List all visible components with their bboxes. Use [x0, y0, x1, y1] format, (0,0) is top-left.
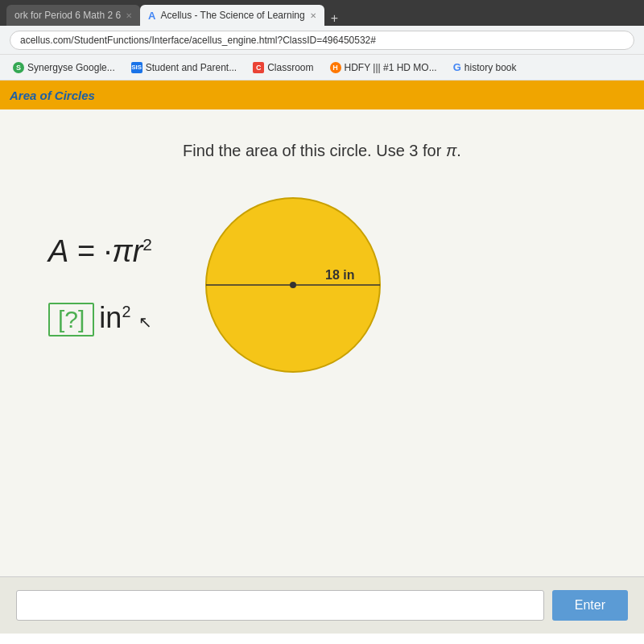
new-tab-button[interactable]: +: [324, 11, 345, 26]
bottom-bar: Enter: [0, 576, 644, 634]
bookmark-student[interactable]: SIS Student and Parent...: [125, 60, 243, 76]
hdfy-icon: H: [330, 62, 341, 73]
acellus-favicon: A: [148, 10, 155, 22]
bookmark-label: Classroom: [267, 62, 313, 73]
address-bar: acellus.com/StudentFunctions/Interface/a…: [0, 26, 644, 55]
bookmarks-bar: S Synergyse Google... SIS Student and Pa…: [0, 55, 644, 80]
formula-pi: π: [112, 234, 132, 268]
page-header: Area of Circles: [0, 80, 644, 109]
classroom-icon: C: [253, 62, 264, 73]
tab-label: ork for Period 6 Math 2 6: [14, 10, 121, 21]
tab-bar: ork for Period 6 Math 2 6 ✕ A Acellus - …: [0, 0, 644, 26]
tab-homework[interactable]: ork for Period 6 Math 2 6 ✕: [6, 5, 140, 26]
bookmark-classroom[interactable]: C Classroom: [246, 60, 320, 76]
enter-button[interactable]: Enter: [552, 590, 628, 621]
browser-chrome: ork for Period 6 Math 2 6 ✕ A Acellus - …: [0, 0, 644, 80]
bookmark-synergyse[interactable]: S Synergyse Google...: [6, 60, 122, 76]
bookmark-hdfy[interactable]: H HDFY ||| #1 HD MO...: [324, 60, 444, 76]
tab-close-icon[interactable]: ✕: [126, 11, 132, 20]
answer-bracket: [?]: [48, 303, 94, 336]
google-icon: G: [453, 61, 461, 73]
page-title: Area of Circles: [10, 89, 95, 102]
formula-a: A: [48, 234, 68, 268]
main-content: Find the area of this circle. Use 3 for …: [0, 109, 644, 576]
formula-r: r: [133, 234, 143, 268]
bookmark-label: Synergyse Google...: [27, 62, 115, 73]
pi-symbol: π: [446, 142, 456, 159]
answer-display: [?] in2 ↖: [48, 301, 152, 336]
bookmark-label: history book: [464, 62, 517, 73]
formula-display: A = ·πr2: [48, 234, 152, 269]
answer-unit: in2: [99, 301, 130, 335]
bookmark-label: HDFY ||| #1 HD MO...: [345, 62, 437, 73]
tab-close-icon[interactable]: ✕: [310, 11, 316, 20]
svg-point-2: [290, 282, 296, 288]
content-area: A = ·πr2 [?] in2 ↖ 18 in: [32, 192, 612, 378]
problem-text: Find the area of this circle. Use 3 for …: [32, 142, 612, 160]
tab-label: Acellus - The Science of Learning: [160, 10, 304, 21]
address-input[interactable]: acellus.com/StudentFunctions/Interface/a…: [10, 31, 634, 50]
synergyse-icon: S: [13, 62, 24, 73]
bookmark-label: Student and Parent...: [146, 62, 237, 73]
cursor-arrow: ↖: [138, 312, 152, 332]
circle-diagram: 18 in: [200, 192, 386, 378]
circle-svg: 18 in: [200, 192, 386, 378]
tab-acellus[interactable]: A Acellus - The Science of Learning ✕: [140, 5, 324, 26]
sis-icon: SIS: [131, 62, 142, 73]
answer-input[interactable]: [16, 590, 544, 621]
radius-label: 18 in: [325, 268, 354, 282]
formula-section: A = ·πr2 [?] in2 ↖: [48, 234, 152, 336]
bookmark-history[interactable]: G history book: [447, 59, 523, 76]
